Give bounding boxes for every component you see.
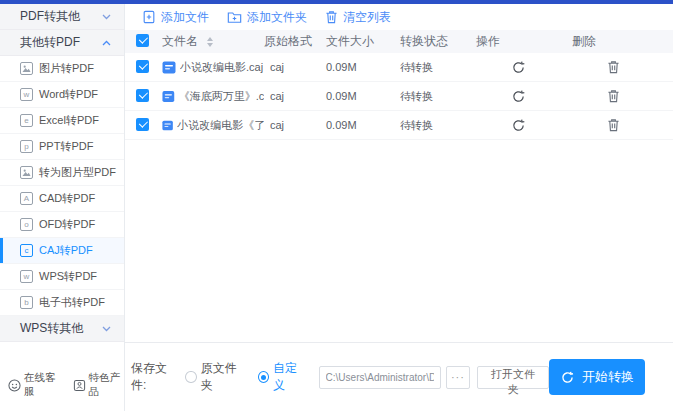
- radio-custom-label: 自定义: [273, 360, 307, 394]
- browse-button[interactable]: ···: [446, 366, 471, 389]
- delete-file-button[interactable]: [603, 86, 623, 106]
- sidebar-item-to-image-pdf[interactable]: 转为图片型PDF: [0, 160, 124, 186]
- row-checkbox[interactable]: [136, 118, 149, 131]
- convert-refresh-button[interactable]: [508, 86, 528, 106]
- file-size: 0.09M: [324, 119, 396, 131]
- table-row: 小说改编电影.caj caj 0.09M 待转换: [125, 53, 673, 82]
- row-checkbox[interactable]: [136, 89, 149, 102]
- sidebar-item-excel-to-pdf[interactable]: e Excel转PDF: [0, 108, 124, 134]
- loading-circle-icon: [560, 370, 575, 385]
- column-header-action: 操作: [472, 33, 564, 50]
- file-name: 小说改编电影《了不...: [177, 118, 264, 133]
- sidebar-item-ppt-to-pdf[interactable]: p PPT转PDF: [0, 134, 124, 160]
- add-file-label: 添加文件: [161, 9, 209, 26]
- sidebar-item-label: CAJ转PDF: [39, 243, 93, 258]
- sidebar-group-other-to-pdf[interactable]: 其他转PDF: [0, 30, 124, 56]
- image-icon: [20, 62, 33, 75]
- folder-plus-icon: [227, 10, 242, 24]
- file-name: 小说改编电影.caj: [180, 60, 263, 75]
- sidebar-item-ebook-to-pdf[interactable]: b 电子书转PDF: [0, 290, 124, 316]
- refresh-icon: [511, 118, 526, 133]
- clear-list-button[interactable]: 清空列表: [325, 9, 391, 26]
- main-panel: 添加文件 添加文件夹 清空列表 文件名 原始格式 文件大小: [125, 4, 673, 411]
- convert-refresh-button[interactable]: [508, 115, 528, 135]
- open-folder-button[interactable]: 打开文件夹: [477, 366, 549, 389]
- sidebar-item-label: Word转PDF: [39, 87, 98, 102]
- featured-products-label: 特色产品: [89, 371, 125, 399]
- refresh-icon: [511, 89, 526, 104]
- column-header-size: 文件大小: [324, 33, 396, 50]
- sort-icon[interactable]: [207, 37, 213, 47]
- caj-file-icon: c: [20, 244, 33, 257]
- sidebar-item-caj-to-pdf[interactable]: c CAJ转PDF: [0, 238, 124, 264]
- conversion-status: 待转换: [396, 118, 472, 133]
- sidebar-item-label: OFD转PDF: [39, 217, 95, 232]
- add-folder-button[interactable]: 添加文件夹: [227, 9, 307, 26]
- image-icon: [20, 166, 33, 179]
- sidebar-item-label: PPT转PDF: [39, 139, 93, 154]
- sidebar-item-label: 转为图片型PDF: [39, 165, 116, 180]
- delete-file-button[interactable]: [603, 115, 623, 135]
- sidebar: PDF转其他 其他转PDF 图片转PDF w Word转PDF e Excel转…: [0, 4, 125, 411]
- sidebar-item-label: CAD转PDF: [39, 191, 95, 206]
- conversion-status: 待转换: [396, 89, 472, 104]
- wps-file-icon: w: [20, 270, 33, 283]
- sidebar-item-label: 电子书转PDF: [39, 295, 105, 310]
- badge-icon: [73, 379, 86, 392]
- excel-file-icon: e: [20, 114, 33, 127]
- table-row: 小说改编电影《了不... caj 0.09M 待转换: [125, 111, 673, 140]
- chevron-down-icon: [102, 326, 111, 332]
- file-name: 《海底两万里》.caj: [179, 89, 264, 104]
- online-service-link[interactable]: 在线客服: [8, 371, 60, 399]
- toolbar: 添加文件 添加文件夹 清空列表: [125, 4, 673, 30]
- caj-file-icon: [162, 119, 173, 132]
- clear-list-label: 清空列表: [343, 9, 391, 26]
- file-format: caj: [264, 119, 324, 131]
- sidebar-item-word-to-pdf[interactable]: w Word转PDF: [0, 82, 124, 108]
- app-window: PDF转其他 其他转PDF 图片转PDF w Word转PDF e Excel转…: [0, 0, 673, 411]
- table-row: 《海底两万里》.caj caj 0.09M 待转换: [125, 82, 673, 111]
- word-file-icon: w: [20, 88, 33, 101]
- refresh-icon: [511, 60, 526, 75]
- save-path-input[interactable]: [319, 366, 441, 389]
- convert-refresh-button[interactable]: [508, 57, 528, 77]
- sidebar-item-ofd-to-pdf[interactable]: o OFD转PDF: [0, 212, 124, 238]
- select-all-checkbox[interactable]: [136, 34, 149, 47]
- delete-file-button[interactable]: [603, 57, 623, 77]
- file-format: caj: [264, 90, 324, 102]
- sidebar-item-cad-to-pdf[interactable]: A CAD转PDF: [0, 186, 124, 212]
- chevron-up-icon: [102, 40, 111, 46]
- sidebar-item-label: WPS转PDF: [39, 269, 97, 284]
- featured-products-link[interactable]: 特色产品: [73, 371, 125, 399]
- sidebar-group-wps-to-other[interactable]: WPS转其他: [0, 316, 124, 342]
- save-label: 保存文件:: [131, 360, 179, 394]
- sidebar-item-wps-to-pdf[interactable]: w WPS转PDF: [0, 264, 124, 290]
- sidebar-group-pdf-to-other[interactable]: PDF转其他: [0, 4, 124, 30]
- file-size: 0.09M: [324, 90, 396, 102]
- add-folder-label: 添加文件夹: [247, 9, 307, 26]
- sidebar-item-label: Excel转PDF: [39, 113, 99, 128]
- radio-custom[interactable]: 自定义: [258, 360, 307, 394]
- radio-icon: [185, 371, 196, 383]
- table-header: 文件名 原始格式 文件大小 转换状态 操作 删除: [125, 30, 673, 53]
- caj-file-icon: [162, 90, 175, 103]
- add-file-button[interactable]: 添加文件: [142, 9, 209, 26]
- file-plus-icon: [142, 10, 156, 24]
- column-header-delete: 删除: [564, 33, 662, 50]
- column-header-name[interactable]: 文件名: [162, 33, 198, 50]
- ppt-file-icon: p: [20, 140, 33, 153]
- bottom-bar: 保存文件: 原文件夹 自定义 ··· 打开文件夹 开始转换: [125, 342, 673, 411]
- row-checkbox[interactable]: [136, 60, 149, 73]
- sidebar-item-image-to-pdf[interactable]: 图片转PDF: [0, 56, 124, 82]
- group-label: PDF转其他: [20, 8, 80, 25]
- online-service-label: 在线客服: [24, 371, 60, 399]
- radio-original-folder[interactable]: 原文件夹: [185, 360, 245, 394]
- file-format: caj: [264, 61, 324, 73]
- chevron-down-icon: [102, 14, 111, 20]
- file-size: 0.09M: [324, 61, 396, 73]
- trash-icon: [325, 10, 338, 24]
- radio-original-label: 原文件夹: [201, 360, 246, 394]
- start-convert-label: 开始转换: [582, 368, 634, 386]
- trash-icon: [607, 60, 620, 74]
- start-convert-button[interactable]: 开始转换: [549, 359, 645, 395]
